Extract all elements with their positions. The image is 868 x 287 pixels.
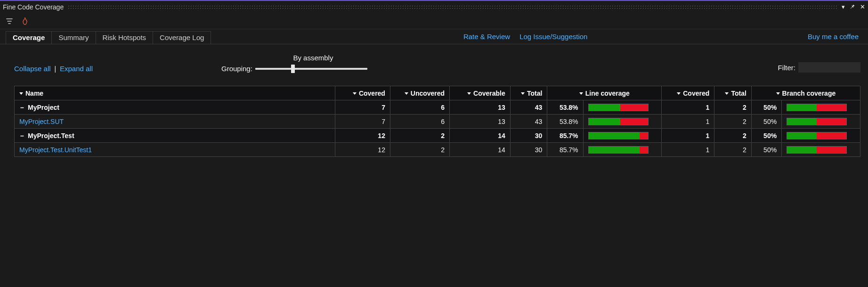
cell-branch-covered: 1 [662, 143, 714, 157]
coverage-bar [588, 118, 649, 125]
tab-label: Coverage [13, 33, 45, 41]
cell-uncovered: 6 [390, 115, 449, 129]
cell-branch-total: 2 [714, 143, 752, 157]
coverage-bar [787, 132, 847, 139]
tab-coverage[interactable]: Coverage [6, 32, 52, 44]
cell-branch-total: 2 [714, 115, 752, 129]
grouping-label: Grouping: [221, 65, 252, 73]
cell-line-bar [583, 115, 662, 129]
table-header-row: Name Covered Uncovered Coverable Total L… [15, 86, 860, 100]
title-grip[interactable] [67, 5, 838, 9]
collapse-toggle-icon[interactable]: – [19, 104, 25, 111]
cell-uncovered: 6 [390, 100, 449, 115]
slider-thumb[interactable] [291, 65, 295, 73]
window-menu-dropdown-icon[interactable]: ▾ [842, 3, 845, 10]
class-link[interactable]: MyProject.SUT [19, 118, 64, 125]
table-group-row: –MyProject76134353.8%1250% [15, 100, 860, 115]
col-header-branch-coverage[interactable]: Branch coverage [751, 86, 860, 100]
col-header-uncovered[interactable]: Uncovered [390, 86, 449, 100]
cell-covered: 12 [335, 143, 390, 157]
tab-risk-hotspots[interactable]: Risk Hotspots [96, 32, 154, 44]
cell-branch-bar [782, 115, 860, 129]
window-controls: ▾ 📌︎ ✕ [838, 3, 865, 10]
cell-name: –MyProject [15, 100, 335, 115]
cell-branch-total: 2 [714, 129, 752, 143]
col-header-total[interactable]: Total [510, 86, 547, 100]
expand-all-link[interactable]: Expand all [60, 65, 93, 73]
window-pin-icon[interactable]: 📌︎ [850, 3, 855, 10]
cell-name: –MyProject.Test [15, 129, 335, 143]
cell-line-pct: 53.8% [547, 115, 583, 129]
cell-line-bar [583, 143, 662, 157]
cell-branch-pct: 50% [751, 143, 781, 157]
cell-covered: 7 [335, 115, 390, 129]
log-issue-link[interactable]: Log Issue/Suggestion [519, 33, 587, 41]
coverage-bar [588, 104, 649, 111]
cell-total: 43 [510, 115, 547, 129]
cell-branch-covered: 1 [662, 100, 714, 115]
col-header-coverable[interactable]: Coverable [450, 86, 511, 100]
cell-branch-pct: 50% [751, 100, 781, 115]
cell-line-pct: 53.8% [547, 100, 583, 115]
tab-label: Risk Hotspots [103, 33, 146, 41]
title-bar: Fine Code Coverage ▾ 📌︎ ✕ [0, 1, 868, 13]
class-link[interactable]: MyProject.Test.UnitTest1 [19, 146, 92, 154]
toolbar [0, 13, 868, 29]
table-group-row: –MyProject.Test122143085.7%1250% [15, 129, 860, 143]
cell-branch-covered: 1 [662, 115, 714, 129]
cell-line-bar [583, 100, 662, 115]
content: Collapse all | Expand all By assembly Gr… [0, 44, 868, 161]
buy-coffee-link[interactable]: Buy me a coffee [808, 33, 859, 41]
cell-branch-total: 2 [714, 100, 752, 115]
cell-line-pct: 85.7% [547, 129, 583, 143]
tab-summary[interactable]: Summary [52, 32, 96, 44]
coverage-bar [588, 132, 649, 139]
filter-control: Filter: [778, 62, 861, 73]
cell-line-pct: 85.7% [547, 143, 583, 157]
collapse-all-link[interactable]: Collapse all [14, 65, 51, 73]
grouping-control: By assembly Grouping: [221, 54, 367, 73]
col-header-branch-covered[interactable]: Covered [662, 86, 714, 100]
cell-branch-bar [782, 143, 860, 157]
cell-total: 30 [510, 129, 547, 143]
grouping-slider[interactable] [255, 68, 367, 70]
cell-name: MyProject.Test.UnitTest1 [15, 143, 335, 157]
col-header-name[interactable]: Name [15, 86, 335, 100]
cell-branch-pct: 50% [751, 115, 781, 129]
tab-label: Coverage Log [160, 33, 204, 41]
right-link-wrap: Buy me a coffee [587, 33, 862, 41]
cell-branch-bar [782, 129, 860, 143]
tab-label: Summary [58, 33, 89, 41]
col-header-line-coverage[interactable]: Line coverage [547, 86, 662, 100]
cell-name: MyProject.SUT [15, 115, 335, 129]
collapse-toggle-icon[interactable]: – [19, 132, 25, 139]
filter-label: Filter: [778, 64, 796, 72]
separator: | [52, 65, 58, 73]
tab-group: Coverage Summary Risk Hotspots Coverage … [6, 31, 211, 44]
coverage-bar [787, 146, 847, 154]
flame-icon[interactable] [22, 17, 28, 25]
coverage-bar [787, 104, 847, 111]
window-close-icon[interactable]: ✕ [860, 3, 865, 10]
col-header-branch-total[interactable]: Total [714, 86, 752, 100]
coverage-bar [787, 118, 847, 125]
tab-coverage-log[interactable]: Coverage Log [153, 32, 211, 44]
cell-branch-pct: 50% [751, 129, 781, 143]
cell-uncovered: 2 [390, 143, 449, 157]
cell-total: 30 [510, 143, 547, 157]
cell-covered: 7 [335, 100, 390, 115]
center-links: Rate & Review Log Issue/Suggestion [463, 33, 588, 41]
cell-coverable: 13 [450, 115, 511, 129]
cell-coverable: 13 [450, 100, 511, 115]
table-row: MyProject.SUT76134353.8%1250% [15, 115, 860, 129]
cell-branch-covered: 1 [662, 129, 714, 143]
expand-collapse: Collapse all | Expand all [14, 65, 93, 73]
col-header-covered[interactable]: Covered [335, 86, 390, 100]
cell-coverable: 14 [450, 143, 511, 157]
filter-input[interactable] [798, 62, 860, 73]
rate-review-link[interactable]: Rate & Review [463, 33, 510, 41]
grouping-mode-label: By assembly [293, 54, 333, 62]
coverage-bar [588, 146, 649, 154]
cell-uncovered: 2 [390, 129, 449, 143]
settings-icon[interactable] [6, 17, 14, 25]
